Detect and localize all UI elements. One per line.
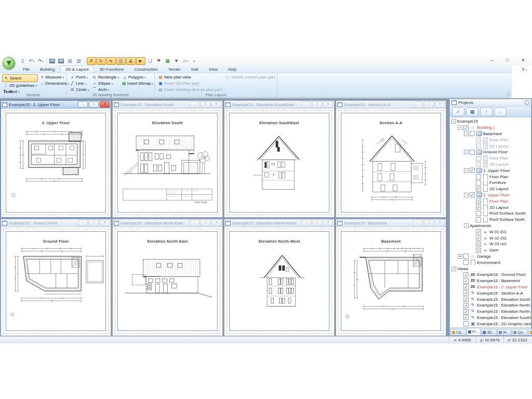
tree-checkbox[interactable] <box>470 168 475 173</box>
select-arrow-icon[interactable]: ⇖ <box>107 57 116 65</box>
pin-icon[interactable] <box>525 100 529 105</box>
tree-item-floor-plan[interactable]: Floor Plan <box>450 137 531 143</box>
tree-item-label[interactable]: 2D Layout <box>489 205 508 210</box>
tree-checkbox[interactable] <box>463 125 469 130</box>
tree-item-label[interactable]: W 03 UG <box>489 242 507 246</box>
tree-item-label[interactable]: Building 1 <box>477 125 495 130</box>
close-button[interactable]: ✕ <box>435 220 445 226</box>
move-down-button[interactable]: ↓ <box>494 108 507 116</box>
close-button[interactable]: ✕ <box>323 101 333 108</box>
tab-2d-layout[interactable]: 2D & Layout <box>60 65 94 73</box>
tree-item-2-upper-floor[interactable]: 2. Upper Floor <box>450 192 531 198</box>
minimize-button[interactable]: – <box>413 220 423 226</box>
toolbar-overflow-icon[interactable]: ▾ <box>190 58 198 65</box>
maximize-button[interactable]: □ <box>424 220 434 226</box>
tree-item-label[interactable]: Floor Plan <box>489 199 508 204</box>
new-file-icon[interactable]: ▯ <box>19 58 27 65</box>
tree-item-label[interactable]: W 01 EG <box>489 230 506 234</box>
tree-checkbox[interactable] <box>476 229 481 234</box>
tree-item-label[interactable]: 2D Layout <box>489 144 508 149</box>
minimize-button[interactable]: – <box>190 220 200 226</box>
tree-checkbox[interactable] <box>476 205 481 210</box>
tree-item-label[interactable]: Example15 : Elevation North-East <box>477 309 531 314</box>
tree-checkbox[interactable] <box>476 143 481 149</box>
expander-icon[interactable] <box>451 119 456 124</box>
expander-icon[interactable] <box>464 150 469 154</box>
expander-icon[interactable] <box>458 125 462 130</box>
tree-item-label[interactable]: 2D Layout <box>489 162 508 167</box>
drawing-area[interactable]: Elevation North-East <box>113 227 222 335</box>
minimize-button[interactable]: – <box>301 220 311 226</box>
panel-tab-3d[interactable]: 3D... <box>481 329 497 335</box>
move-up-button[interactable]: ↑ <box>480 108 493 116</box>
tree-checkbox[interactable] <box>476 187 481 192</box>
tree-checkbox[interactable] <box>476 217 481 222</box>
close-button[interactable]: ✕ <box>100 220 110 226</box>
tree-item-label[interactable]: Example15 : Elevation North-West <box>477 303 531 308</box>
tree-checkbox[interactable] <box>463 254 469 259</box>
tree-view-elevation-south[interactable]: Example15 : Elevation South <box>450 296 531 302</box>
tree-item-w03ug[interactable]: W 03 UG <box>450 241 531 247</box>
tree-item-example15[interactable]: Example15 <box>450 118 531 125</box>
filter-icon[interactable]: ▼ <box>172 58 181 65</box>
tree-item-views[interactable]: Views <box>450 265 531 272</box>
tree-item-furniture[interactable]: Furniture <box>450 180 531 186</box>
tree-view-2-upper-floor[interactable]: Example15 : 2. Upper Floor <box>450 284 531 290</box>
dimensions-button[interactable]: ↔Dimensions▾ <box>39 81 65 86</box>
tree-item-label[interactable]: Floor Plan <box>489 138 508 142</box>
windows-cascade-icon[interactable]: ❏ <box>146 58 154 65</box>
drawing-area[interactable]: Section A-A <box>337 109 445 217</box>
close-button[interactable]: ✕ <box>435 101 445 108</box>
tree-view-elevation-southeast[interactable]: Example15 : Elevation SouthEast <box>450 315 531 321</box>
drawing-area[interactable]: Elevation South <box>113 109 222 217</box>
maximize-button[interactable]: □ <box>89 101 99 108</box>
window-titlebar[interactable]: Example15 : Elevation SouthEast –□✕ <box>224 101 334 109</box>
minimize-button[interactable]: – <box>301 101 311 108</box>
copy-icon[interactable]: ▱▾ <box>181 58 190 65</box>
tree-checkbox[interactable] <box>470 192 475 197</box>
minimize-button[interactable]: – <box>190 101 200 108</box>
tree-checkbox[interactable] <box>470 150 475 155</box>
tree-item-label[interactable]: 2. Upper Floor <box>483 193 510 197</box>
tree-item-label[interactable]: Example15 : Section A-A <box>477 291 523 296</box>
minimize-button[interactable]: – <box>413 101 423 108</box>
measure-button[interactable]: ∨Measure▾ <box>39 74 65 80</box>
tree-item-apartments[interactable]: Apartments <box>450 223 531 229</box>
minimize-window-button[interactable]: – <box>486 57 498 64</box>
projects-panel-header[interactable]: Projects <box>450 99 531 107</box>
tree-checkbox[interactable] <box>463 315 469 320</box>
panel-tab-pv[interactable]: PV... <box>528 329 532 335</box>
delete-plan-part-button[interactable]: ▢Delete current plan part <box>224 74 276 80</box>
tree-item-label[interactable]: 1. Upper Floor <box>483 168 510 173</box>
tree-item-w01eg[interactable]: W 01 EG <box>450 229 531 235</box>
tree-checkbox[interactable] <box>463 260 469 265</box>
tree-item-floor-plan[interactable]: Floor Plan <box>450 198 531 204</box>
separator[interactable] <box>46 58 47 64</box>
new-plan-view-button[interactable]: ▦New plan view <box>157 74 223 80</box>
3d-view-icon[interactable]: 3D <box>57 58 65 65</box>
maximize-button[interactable]: □ <box>312 220 322 226</box>
separator[interactable] <box>85 58 85 64</box>
panel-tab-area[interactable]: Ar... <box>497 329 511 335</box>
tree-view-ground-floor[interactable]: Example15 : Ground Floor <box>450 272 531 278</box>
close-button[interactable]: ✕ <box>100 101 110 108</box>
window-titlebar[interactable]: Example15 : Elevation North-West –□✕ <box>224 219 334 227</box>
tree-checkbox[interactable] <box>476 162 481 167</box>
tree-checkbox[interactable] <box>463 321 469 326</box>
tree-item-ground-floor[interactable]: Ground Floor <box>450 149 531 155</box>
maximize-button[interactable]: □ <box>312 101 322 108</box>
expander-icon[interactable] <box>464 223 469 228</box>
close-window-button[interactable]: ✕ <box>517 57 529 64</box>
circle-button[interactable]: ⊙Circle▾ <box>69 87 90 92</box>
tree-item-roof-surface-north[interactable]: Roof Surface North <box>450 217 531 223</box>
tree-item-w02og[interactable]: W 02 OG <box>450 235 531 241</box>
tree-item-environment[interactable]: Environment <box>450 259 531 265</box>
tree-item-label[interactable]: Ground Floor <box>483 150 508 154</box>
tree-item-label[interactable]: Example15 <box>457 119 478 124</box>
undo-icon[interactable]: ↶▾ <box>28 58 36 65</box>
window-titlebar[interactable]: Example15 : Elevation South –□✕ <box>113 101 222 109</box>
tree-item-label[interactable]: Example15 : 2D-Graphic view <box>477 322 531 326</box>
minimize-button[interactable]: – <box>78 220 88 226</box>
tree-view-2d-graphic[interactable]: Example15 : 2D-Graphic view <box>450 321 531 327</box>
tab-help[interactable]: Help <box>223 66 242 73</box>
